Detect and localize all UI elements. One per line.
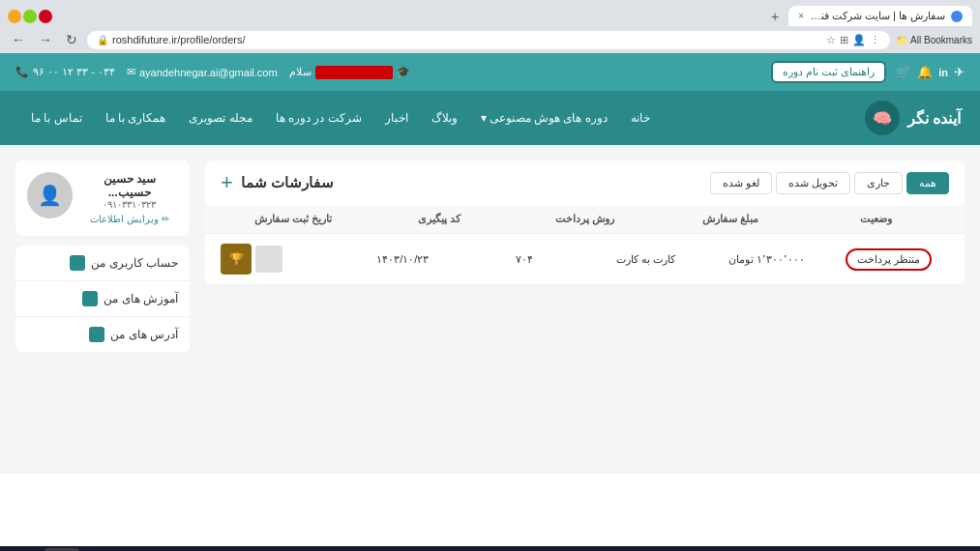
- top-header: ✈ in 🔔 🛒 راهنمای ثبت نام دوره 🎓 سلام aya…: [0, 53, 980, 91]
- website: ✈ in 🔔 🛒 راهنمای ثبت نام دوره 🎓 سلام aya…: [0, 53, 980, 546]
- filter-all[interactable]: همه: [906, 172, 949, 194]
- user-phone: ۰۹۱۰۳۳۱۰۳۲۳: [80, 199, 178, 210]
- nav-contact[interactable]: تماس با ما: [19, 98, 94, 138]
- address-text: roshdifuture.ir/profile/orders/: [112, 34, 246, 45]
- addresses-icon: [89, 327, 104, 342]
- filter-area: همه جاری تحویل شده لغو شده: [710, 172, 949, 194]
- nav-magazine[interactable]: مجله تصویری: [177, 98, 263, 138]
- user-info-row: سید حسین حسیب... ۰۹۱۰۳۳۱۰۳۲۳ ✏ ویرایش اط…: [27, 172, 178, 224]
- orders-header: همه جاری تحویل شده لغو شده سفارشات شما +: [205, 160, 965, 205]
- social-icons: ✈ in 🔔 🛒: [896, 65, 965, 79]
- nav-cooperation[interactable]: همکاری با ما: [94, 98, 178, 138]
- cell-date: ۱۴۰۳/۱۰/۲۳: [342, 253, 464, 266]
- user-full-name: سید حسین حسیب...: [80, 172, 178, 199]
- row-thumbnail: [255, 246, 282, 273]
- taskbar: 📁 ✈ 💼 📊 ⭐ 🔷 🦊 🔍 Search ENG 📶 🔊 🔋 11:14 A…: [0, 546, 980, 551]
- orders-table: وضعیت مبلغ سفارش روش پرداخت کد پیگیری تا…: [205, 205, 965, 285]
- cell-icons: 🏆: [221, 244, 342, 275]
- minimize-button[interactable]: _: [8, 10, 21, 23]
- linkedin-icon[interactable]: in: [938, 67, 948, 78]
- cell-amount: ۱٬۳۰۰٬۰۰۰ تومان: [706, 253, 828, 266]
- phone-text: ۰۳۴ - ۳۳ ۱۲ ۰۰ ۹۶: [33, 66, 115, 78]
- email-icon: ✉: [127, 66, 135, 78]
- filter-delivered[interactable]: تحویل شده: [776, 172, 850, 194]
- sidebar-menu: حساب کاربری من آموزش های من آدرس های من: [15, 246, 190, 353]
- add-order-button[interactable]: +: [221, 170, 233, 195]
- nav-links: خانه دوره های هوش مصنوعی▾ وبلاگ اخبار شر…: [19, 98, 662, 138]
- user-greeting: 🎓 سلام: [289, 66, 410, 79]
- table-header: وضعیت مبلغ سفارش روش پرداخت کد پیگیری تا…: [205, 205, 965, 234]
- site-logo[interactable]: آینده نگر 🧠: [865, 91, 961, 145]
- nav-home[interactable]: خانه: [619, 98, 662, 138]
- col-tracking: کد پیگیری: [367, 213, 513, 225]
- filter-tabs: همه جاری تحویل شده لغو شده: [710, 172, 949, 194]
- browser-toolbar: ← → ↻ 🔒 roshdifuture.ir/profile/orders/ …: [0, 26, 980, 53]
- edit-profile-link[interactable]: ✏ ویرایش اطلاعات: [80, 214, 178, 224]
- email-text: ayandehnegar.ai@gmail.com: [139, 67, 278, 78]
- nav-news[interactable]: اخبار: [373, 98, 420, 138]
- phone-icon: 📞: [15, 66, 29, 78]
- forward-button[interactable]: →: [35, 30, 56, 49]
- grad-cap-icon: 🎓: [397, 66, 410, 78]
- row-icon: 🏆: [221, 244, 252, 275]
- filter-cancelled[interactable]: لغو شده: [710, 172, 772, 194]
- browser-frame: سفارش ها | سایت شرکت فناور آ... × + _ □ …: [0, 0, 980, 53]
- tab-title: سفارش ها | سایت شرکت فناور آ...: [810, 10, 945, 22]
- extensions-icon[interactable]: ⊞: [840, 34, 848, 46]
- greeting-text: سلام: [289, 66, 312, 78]
- nav-join-courses[interactable]: شرکت در دوره ها: [264, 98, 373, 138]
- bell-icon[interactable]: 🔔: [917, 65, 933, 79]
- sidebar-item-courses[interactable]: آموزش های من: [15, 281, 190, 317]
- sidebar-item-addresses[interactable]: آدرس های من: [15, 317, 190, 353]
- col-date: تاریخ ثبت سفارش: [221, 213, 367, 225]
- table-row[interactable]: منتظر پرداخت ۱٬۳۰۰٬۰۰۰ تومان کارت به کار…: [205, 234, 965, 285]
- user-avatar: 👤: [27, 172, 73, 218]
- col-payment: روش پرداخت: [512, 213, 658, 225]
- bookmarks-folder-icon: 📁: [896, 35, 907, 45]
- edit-icon: ✏: [162, 214, 169, 224]
- address-bar[interactable]: 🔒 roshdifuture.ir/profile/orders/ ☆ ⊞ 👤 …: [87, 31, 890, 49]
- register-course-button[interactable]: راهنمای ثبت نام دوره: [771, 61, 886, 83]
- logo-text: آینده نگر: [907, 109, 961, 128]
- new-tab-button[interactable]: +: [765, 7, 785, 26]
- phone-area: ۰۳۴ - ۳۳ ۱۲ ۰۰ ۹۶ 📞: [15, 66, 115, 78]
- logo-brain-icon: 🧠: [865, 101, 900, 135]
- shop-icon[interactable]: 🛒: [896, 65, 911, 79]
- browser-titlebar: سفارش ها | سایت شرکت فناور آ... × + _ □ …: [0, 0, 980, 26]
- title-area: سفارشات شما +: [221, 170, 334, 195]
- back-button[interactable]: ←: [8, 30, 29, 49]
- courses-icon: [82, 291, 98, 306]
- sidebar: سید حسین حسیب... ۰۹۱۰۳۳۱۰۳۲۳ ✏ ویرایش اط…: [15, 160, 190, 458]
- col-amount: مبلغ سفارش: [658, 213, 804, 225]
- profile-icon[interactable]: 👤: [852, 34, 866, 46]
- tab-close-btn[interactable]: ×: [798, 11, 804, 21]
- orders-panel: همه جاری تحویل شده لغو شده سفارشات شما +…: [205, 160, 965, 458]
- filter-current[interactable]: جاری: [854, 172, 903, 194]
- nav-ai-courses[interactable]: دوره های هوش مصنوعی▾: [469, 98, 619, 138]
- header-right: 🎓 سلام ayandehnegar.ai@gmail.com ✉ ۰۳۴ -…: [15, 66, 410, 79]
- user-card: سید حسین حسیب... ۰۹۱۰۳۳۱۰۳۲۳ ✏ ویرایش اط…: [15, 160, 190, 236]
- user-name-redacted: [315, 66, 393, 79]
- cell-payment: کارت به کارت: [585, 253, 707, 266]
- browser-tab[interactable]: سفارش ها | سایت شرکت فناور آ... ×: [788, 6, 972, 26]
- orders-title: سفارشات شما: [241, 174, 334, 191]
- address-icons: ☆ ⊞ 👤 ⋮: [826, 34, 880, 46]
- col-status: وضعیت: [803, 213, 949, 225]
- header-left: ✈ in 🔔 🛒 راهنمای ثبت نام دوره: [771, 61, 965, 83]
- nav-blog[interactable]: وبلاگ: [420, 98, 469, 138]
- bookmarks-area: 📁 All Bookmarks: [896, 35, 972, 45]
- close-button[interactable]: ×: [39, 10, 52, 23]
- reload-button[interactable]: ↻: [62, 30, 81, 49]
- user-text: سید حسین حسیب... ۰۹۱۰۳۳۱۰۳۲۳ ✏ ویرایش اط…: [80, 172, 178, 224]
- cell-tracking: ۷۰۴: [463, 253, 585, 266]
- status-badge: منتظر پرداخت: [846, 248, 932, 271]
- cell-status: منتظر پرداخت: [828, 248, 950, 271]
- bookmark-star-icon[interactable]: ☆: [826, 34, 836, 46]
- telegram-icon[interactable]: ✈: [954, 65, 965, 79]
- maximize-button[interactable]: □: [23, 10, 37, 23]
- main-nav: آینده نگر 🧠 خانه دوره های هوش مصنوعی▾ وب…: [0, 91, 980, 145]
- tab-favicon: [951, 11, 963, 22]
- menu-icon[interactable]: ⋮: [870, 34, 880, 46]
- account-icon: [70, 255, 85, 271]
- sidebar-item-account[interactable]: حساب کاربری من: [15, 246, 190, 281]
